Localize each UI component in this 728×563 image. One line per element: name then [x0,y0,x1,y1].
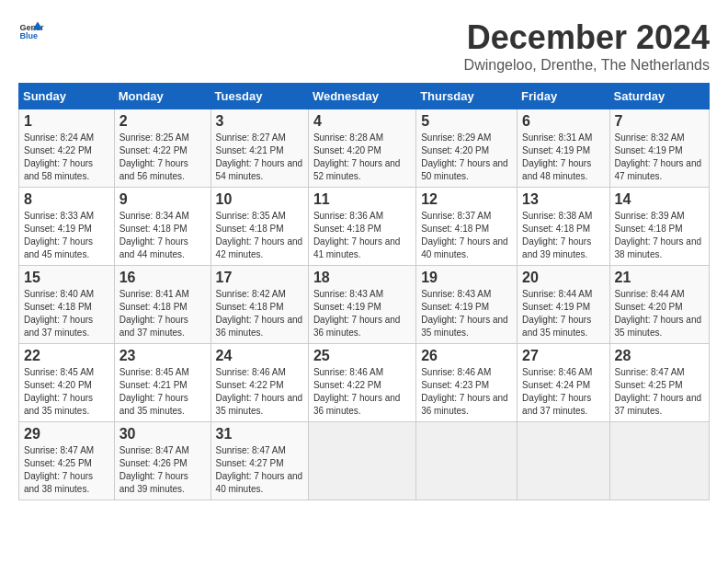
table-cell: 28 Sunrise: 8:47 AMSunset: 4:25 PMDaylig… [609,344,709,422]
table-cell: 8 Sunrise: 8:33 AMSunset: 4:19 PMDayligh… [19,188,115,266]
day-info: Sunrise: 8:37 AMSunset: 4:18 PMDaylight:… [421,211,508,259]
day-number: 18 [313,270,411,286]
day-info: Sunrise: 8:46 AMSunset: 4:24 PMDaylight:… [522,367,592,416]
day-number: 4 [313,113,411,130]
table-cell: 16 Sunrise: 8:41 AMSunset: 4:18 PMDaylig… [114,266,210,344]
day-number: 21 [615,270,704,286]
table-cell: 21 Sunrise: 8:44 AMSunset: 4:20 PMDaylig… [609,266,709,344]
day-info: Sunrise: 8:32 AMSunset: 4:19 PMDaylight:… [615,132,702,181]
day-info: Sunrise: 8:28 AMSunset: 4:20 PMDaylight:… [313,132,401,181]
day-info: Sunrise: 8:47 AMSunset: 4:26 PMDaylight:… [119,445,189,494]
day-number: 30 [119,426,206,442]
day-number: 2 [119,113,206,130]
table-cell: 7 Sunrise: 8:32 AMSunset: 4:19 PMDayligh… [609,109,709,188]
table-cell: 5 Sunrise: 8:29 AMSunset: 4:20 PMDayligh… [416,109,518,188]
logo: General Blue [18,18,44,44]
day-number: 19 [421,270,512,286]
day-number: 10 [216,191,303,208]
day-info: Sunrise: 8:34 AMSunset: 4:18 PMDaylight:… [119,211,189,259]
day-number: 12 [421,191,512,208]
day-info: Sunrise: 8:43 AMSunset: 4:19 PMDaylight:… [313,289,401,338]
day-info: Sunrise: 8:31 AMSunset: 4:19 PMDaylight:… [522,132,592,181]
day-info: Sunrise: 8:36 AMSunset: 4:18 PMDaylight:… [313,211,401,259]
day-number: 3 [216,113,303,130]
subtitle: Dwingeloo, Drenthe, The Netherlands [464,57,710,74]
day-number: 20 [522,270,604,286]
day-info: Sunrise: 8:44 AMSunset: 4:19 PMDaylight:… [522,289,592,338]
table-cell: 31 Sunrise: 8:47 AMSunset: 4:27 PMDaylig… [210,422,308,500]
day-number: 25 [313,348,411,364]
table-cell: 1 Sunrise: 8:24 AMSunset: 4:22 PMDayligh… [19,109,115,188]
col-saturday: Saturday [609,84,709,109]
day-info: Sunrise: 8:38 AMSunset: 4:18 PMDaylight:… [522,211,592,259]
table-cell [518,422,609,500]
table-cell: 30 Sunrise: 8:47 AMSunset: 4:26 PMDaylig… [114,422,210,500]
day-number: 26 [421,348,512,364]
day-info: Sunrise: 8:45 AMSunset: 4:20 PMDaylight:… [24,367,94,416]
day-number: 7 [615,113,704,130]
table-cell [308,422,415,500]
calendar-table: Sunday Monday Tuesday Wednesday Thursday… [18,83,710,500]
table-cell: 6 Sunrise: 8:31 AMSunset: 4:19 PMDayligh… [518,109,609,188]
day-number: 29 [24,426,109,442]
day-info: Sunrise: 8:29 AMSunset: 4:20 PMDaylight:… [421,132,508,181]
day-info: Sunrise: 8:40 AMSunset: 4:18 PMDaylight:… [24,289,94,338]
day-number: 24 [216,348,303,364]
table-cell: 22 Sunrise: 8:45 AMSunset: 4:20 PMDaylig… [19,344,115,422]
table-cell: 23 Sunrise: 8:45 AMSunset: 4:21 PMDaylig… [114,344,210,422]
day-info: Sunrise: 8:25 AMSunset: 4:22 PMDaylight:… [119,132,189,181]
day-number: 22 [24,348,109,364]
table-cell: 27 Sunrise: 8:46 AMSunset: 4:24 PMDaylig… [518,344,609,422]
day-info: Sunrise: 8:42 AMSunset: 4:18 PMDaylight:… [216,289,303,338]
table-cell: 17 Sunrise: 8:42 AMSunset: 4:18 PMDaylig… [210,266,308,344]
day-number: 31 [216,426,303,442]
table-cell: 29 Sunrise: 8:47 AMSunset: 4:25 PMDaylig… [19,422,115,500]
day-number: 16 [119,270,206,286]
day-info: Sunrise: 8:45 AMSunset: 4:21 PMDaylight:… [119,367,189,416]
table-cell: 10 Sunrise: 8:35 AMSunset: 4:18 PMDaylig… [210,188,308,266]
table-cell: 9 Sunrise: 8:34 AMSunset: 4:18 PMDayligh… [114,188,210,266]
table-cell: 2 Sunrise: 8:25 AMSunset: 4:22 PMDayligh… [114,109,210,188]
table-cell: 13 Sunrise: 8:38 AMSunset: 4:18 PMDaylig… [518,188,609,266]
day-info: Sunrise: 8:46 AMSunset: 4:22 PMDaylight:… [313,367,401,416]
day-number: 17 [216,270,303,286]
table-cell: 3 Sunrise: 8:27 AMSunset: 4:21 PMDayligh… [210,109,308,188]
table-cell: 24 Sunrise: 8:46 AMSunset: 4:22 PMDaylig… [210,344,308,422]
table-cell: 11 Sunrise: 8:36 AMSunset: 4:18 PMDaylig… [308,188,415,266]
col-wednesday: Wednesday [308,84,415,109]
day-info: Sunrise: 8:39 AMSunset: 4:18 PMDaylight:… [615,211,702,259]
day-number: 5 [421,113,512,130]
col-thursday: Thursday [416,84,518,109]
day-number: 9 [119,191,206,208]
main-title: December 2024 [464,18,710,57]
table-cell: 15 Sunrise: 8:40 AMSunset: 4:18 PMDaylig… [19,266,115,344]
day-number: 8 [24,191,109,208]
day-info: Sunrise: 8:35 AMSunset: 4:18 PMDaylight:… [216,211,303,259]
day-info: Sunrise: 8:43 AMSunset: 4:19 PMDaylight:… [421,289,508,338]
header: General Blue December 2024 Dwingeloo, Dr… [18,18,710,74]
table-cell: 4 Sunrise: 8:28 AMSunset: 4:20 PMDayligh… [308,109,415,188]
day-info: Sunrise: 8:46 AMSunset: 4:23 PMDaylight:… [421,367,508,416]
day-info: Sunrise: 8:47 AMSunset: 4:25 PMDaylight:… [24,445,94,494]
logo-icon: General Blue [18,18,44,44]
svg-text:Blue: Blue [19,31,38,40]
day-number: 28 [615,348,704,364]
day-number: 27 [522,348,604,364]
col-friday: Friday [518,84,609,109]
day-info: Sunrise: 8:41 AMSunset: 4:18 PMDaylight:… [119,289,189,338]
day-info: Sunrise: 8:24 AMSunset: 4:22 PMDaylight:… [24,132,94,181]
day-info: Sunrise: 8:27 AMSunset: 4:21 PMDaylight:… [216,132,303,181]
day-number: 15 [24,270,109,286]
day-info: Sunrise: 8:46 AMSunset: 4:22 PMDaylight:… [216,367,303,416]
table-cell: 19 Sunrise: 8:43 AMSunset: 4:19 PMDaylig… [416,266,518,344]
table-cell: 25 Sunrise: 8:46 AMSunset: 4:22 PMDaylig… [308,344,415,422]
table-cell [416,422,518,500]
table-cell: 26 Sunrise: 8:46 AMSunset: 4:23 PMDaylig… [416,344,518,422]
table-cell: 18 Sunrise: 8:43 AMSunset: 4:19 PMDaylig… [308,266,415,344]
day-info: Sunrise: 8:44 AMSunset: 4:20 PMDaylight:… [615,289,702,338]
table-cell: 12 Sunrise: 8:37 AMSunset: 4:18 PMDaylig… [416,188,518,266]
day-info: Sunrise: 8:33 AMSunset: 4:19 PMDaylight:… [24,211,94,259]
table-cell [609,422,709,500]
table-cell: 14 Sunrise: 8:39 AMSunset: 4:18 PMDaylig… [609,188,709,266]
day-info: Sunrise: 8:47 AMSunset: 4:25 PMDaylight:… [615,367,702,416]
